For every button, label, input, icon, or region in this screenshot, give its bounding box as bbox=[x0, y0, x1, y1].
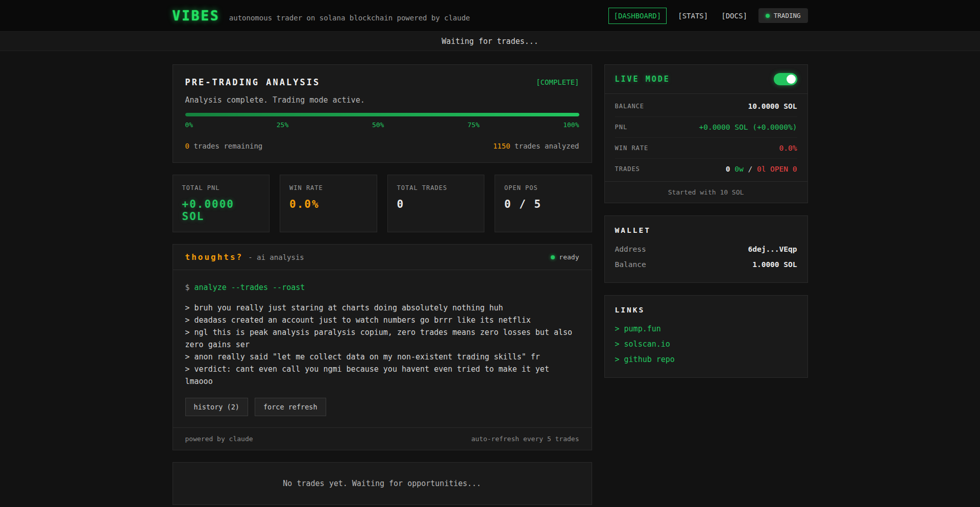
analysis-title: PRE-TRADING ANALYSIS bbox=[185, 77, 321, 87]
trades-wins: 0w bbox=[734, 165, 743, 173]
live-mode-title: LIVE MODE bbox=[615, 75, 670, 84]
wallet-address-value: 6dej...VEqp bbox=[748, 245, 797, 253]
wallet-balance-label: Balance bbox=[615, 260, 646, 269]
analysis-progress-bar bbox=[185, 113, 579, 116]
trades-label: TRADES bbox=[615, 165, 640, 173]
trades-separator: / bbox=[748, 165, 752, 173]
balance-value: 10.0000 SOL bbox=[748, 102, 797, 110]
stat-value-open-pos: 0 / 5 bbox=[504, 198, 582, 210]
pnl-row: PNL +0.0000 SOL (+0.0000%) bbox=[615, 117, 797, 138]
status-dot-icon bbox=[766, 14, 770, 18]
auto-refresh-label: auto-refresh every 5 trades bbox=[471, 435, 579, 443]
trades-open: OPEN 0 bbox=[770, 165, 797, 173]
trades-empty-message: No trades yet. Waiting for opportunities… bbox=[283, 479, 481, 488]
analysis-status-badge: [COMPLETE] bbox=[536, 78, 579, 86]
winrate-label: WIN RATE bbox=[615, 144, 649, 152]
pre-trading-analysis-card: PRE-TRADING ANALYSIS [COMPLETE] Analysis… bbox=[173, 64, 592, 163]
roast-line: > bruh you really just staring at charts… bbox=[185, 302, 579, 314]
live-mode-toggle[interactable] bbox=[774, 73, 797, 85]
trades-remaining: 0 trades remaining bbox=[185, 142, 263, 150]
scale-tick-25: 25% bbox=[277, 121, 288, 129]
trades-analyzed-value: 1150 bbox=[493, 142, 510, 150]
link-github-repo[interactable]: > github repo bbox=[615, 352, 797, 367]
wallet-balance-value: 1.0000 SOL bbox=[752, 260, 797, 269]
nav-docs[interactable]: [DOCS] bbox=[719, 8, 749, 23]
winrate-row: WIN RATE 0.0% bbox=[615, 138, 797, 159]
links-title: LINKS bbox=[615, 306, 797, 314]
trades-total: 0 bbox=[726, 165, 730, 173]
roast-line: > ngl this is peak analysis paralysis co… bbox=[185, 326, 579, 351]
stat-value-win-rate: 0.0% bbox=[289, 198, 368, 210]
trades-remaining-label: trades remaining bbox=[193, 142, 262, 150]
stat-card-win-rate: WIN RATE 0.0% bbox=[280, 175, 377, 232]
stats-row: TOTAL PNL +0.0000 SOL WIN RATE 0.0% TOTA… bbox=[173, 175, 592, 232]
nav-stats[interactable]: [STATS] bbox=[676, 8, 710, 23]
roast-line: > verdict: cant even call you ngmi becau… bbox=[185, 363, 579, 388]
pnl-value: +0.0000 SOL (+0.0000%) bbox=[699, 123, 797, 131]
stat-value-total-pnl: +0.0000 SOL bbox=[182, 198, 260, 223]
wallet-balance-row: Balance 1.0000 SOL bbox=[615, 257, 797, 272]
wallet-address-label: Address bbox=[615, 245, 646, 253]
trading-status-badge: TRADING bbox=[758, 8, 808, 23]
scale-tick-100: 100% bbox=[563, 121, 579, 129]
ready-badge: ready bbox=[551, 253, 579, 261]
ticker-bar: Waiting for trades... bbox=[0, 32, 980, 51]
trades-analyzed-label: trades analyzed bbox=[514, 142, 579, 150]
trades-remaining-value: 0 bbox=[185, 142, 189, 150]
trades-value: 0 0w / 0l OPEN 0 bbox=[726, 165, 797, 173]
scale-tick-0: 0% bbox=[185, 121, 193, 129]
scale-tick-75: 75% bbox=[468, 121, 479, 129]
pnl-label: PNL bbox=[615, 124, 628, 131]
live-mode-card: LIVE MODE BALANCE 10.0000 SOL PNL +0.000… bbox=[604, 64, 808, 203]
ready-dot-icon bbox=[551, 255, 555, 259]
wallet-address-row: Address 6dej...VEqp bbox=[615, 242, 797, 257]
force-refresh-button[interactable]: force refresh bbox=[255, 398, 326, 416]
link-pump-fun[interactable]: > pump.fun bbox=[615, 321, 797, 336]
ticker-message: Waiting for trades... bbox=[442, 37, 538, 46]
trades-row: TRADES 0 0w / 0l OPEN 0 bbox=[615, 159, 797, 179]
vibes-logo[interactable]: VIBES bbox=[173, 8, 220, 23]
stat-card-total-trades: TOTAL TRADES 0 bbox=[387, 175, 485, 232]
stat-label: TOTAL PNL bbox=[182, 184, 260, 191]
wallet-card: WALLET Address 6dej...VEqp Balance 1.000… bbox=[604, 215, 808, 283]
stat-card-open-pos: OPEN POS 0 / 5 bbox=[495, 175, 592, 232]
thoughts-title: thoughts? bbox=[185, 252, 243, 262]
scale-tick-50: 50% bbox=[372, 121, 384, 129]
thoughts-subtitle: - ai analysis bbox=[248, 253, 304, 261]
trades-empty-card: No trades yet. Waiting for opportunities… bbox=[173, 462, 592, 505]
analysis-progress-fill bbox=[185, 113, 579, 116]
balance-row: BALANCE 10.0000 SOL bbox=[615, 96, 797, 117]
trades-losses: 0l bbox=[757, 165, 766, 173]
stat-label: OPEN POS bbox=[504, 184, 582, 191]
ready-label: ready bbox=[559, 253, 579, 261]
roast-line: > anon really said "let me collect data … bbox=[185, 351, 579, 363]
terminal-command: analyze --trades --roast bbox=[194, 283, 305, 292]
roast-line: > deadass created an account just to wat… bbox=[185, 314, 579, 326]
terminal-prompt: $ bbox=[185, 283, 190, 292]
powered-by-label: powered by claude bbox=[185, 435, 253, 443]
stat-card-total-pnl: TOTAL PNL +0.0000 SOL bbox=[173, 175, 270, 232]
started-with-label: Started with 10 SOL bbox=[668, 188, 744, 196]
trades-analyzed: 1150 trades analyzed bbox=[493, 142, 579, 150]
progress-scale: 0% 25% 50% 75% 100% bbox=[185, 121, 579, 129]
tagline: autonomous trader on solana blockchain p… bbox=[229, 14, 470, 22]
stat-label: TOTAL TRADES bbox=[397, 184, 475, 191]
links-card: LINKS > pump.fun > solscan.io > github r… bbox=[604, 295, 808, 378]
nav-dashboard[interactable]: [DASHBOARD] bbox=[608, 8, 667, 24]
thoughts-card: thoughts? - ai analysis ready $ analyze … bbox=[173, 244, 592, 450]
wallet-title: WALLET bbox=[615, 226, 797, 234]
trading-status-label: TRADING bbox=[774, 12, 801, 19]
stat-label: WIN RATE bbox=[289, 184, 368, 191]
link-solscan[interactable]: > solscan.io bbox=[615, 336, 797, 352]
app-header: VIBES autonomous trader on solana blockc… bbox=[0, 0, 980, 32]
winrate-value: 0.0% bbox=[779, 144, 797, 152]
analysis-message: Analysis complete. Trading mode active. bbox=[185, 95, 579, 105]
history-button[interactable]: history (2) bbox=[185, 398, 248, 416]
balance-label: BALANCE bbox=[615, 103, 645, 110]
stat-value-total-trades: 0 bbox=[397, 198, 475, 210]
